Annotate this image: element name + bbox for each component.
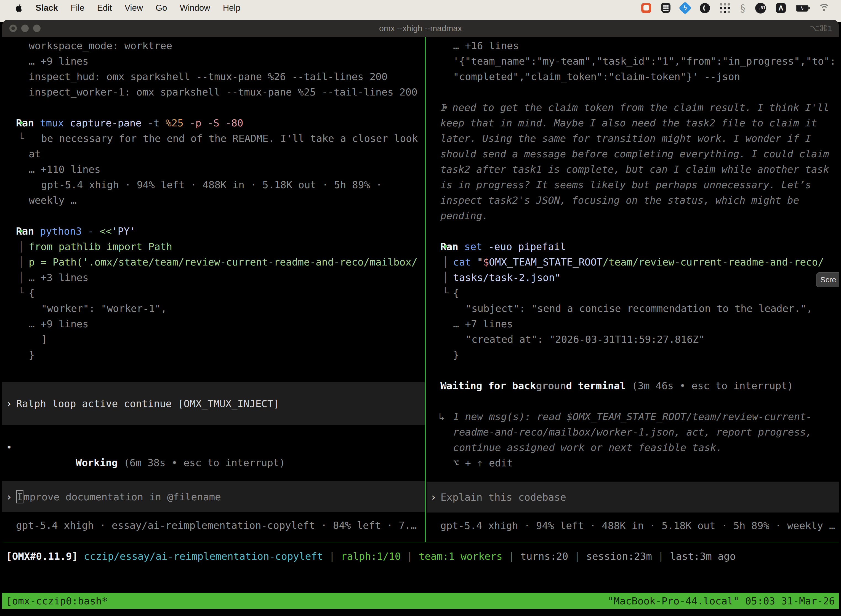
terminal-line: "subject": "send a concise recommendatio…: [426, 301, 839, 316]
menu-window[interactable]: Window: [180, 3, 210, 13]
ralph-banner-text: Ralph loop active continue [OMX_TMUX_INJ…: [16, 398, 280, 409]
terminal-line: … +16 lines: [426, 38, 839, 54]
terminal-line: •I need to get the claim token from the …: [426, 100, 839, 115]
terminal-line: └{: [426, 285, 839, 301]
gutter-glyph: │: [442, 254, 448, 270]
terminal-line: … +9 lines: [2, 316, 425, 332]
bullet-icon: •: [18, 115, 24, 131]
dots-grid-icon[interactable]: [720, 3, 730, 13]
circle-badge-icon[interactable]: ..61: [755, 3, 766, 13]
letter-a-icon[interactable]: A: [776, 3, 786, 13]
bullet-icon: •: [442, 378, 448, 393]
terminal-line: gpt-5.4 xhigh · 94% left · 488K in · 5.1…: [2, 177, 425, 193]
terminal-line: readme-and-reco/mailbox/worker-1.json, a…: [426, 424, 839, 440]
ralph-prompt-icon: ›: [2, 398, 12, 409]
terminal-line: continue assigned work or next feasible …: [426, 440, 839, 455]
session-status-right: gpt-5.4 xhigh · 94% left · 488K in · 5.1…: [426, 518, 839, 534]
terminal-line: │from pathlib import Path: [2, 239, 425, 254]
apple-menu-icon[interactable]: [15, 4, 23, 12]
gutter-glyph: └: [18, 131, 24, 146]
prompt-input-left[interactable]: › Improve documentation in @filename: [2, 481, 425, 512]
pane-hud[interactable]: workspace_mode: worktree… +9 linesinspec…: [2, 37, 425, 542]
working-timer: (6m 38s • esc to interrupt): [117, 457, 285, 468]
menu-go[interactable]: Go: [155, 3, 167, 13]
bullet-icon: •: [18, 224, 24, 239]
screenshot-toast[interactable]: Scre: [816, 273, 839, 287]
menu-edit[interactable]: Edit: [97, 3, 112, 13]
terminal-content: workspace_mode: worktree… +9 linesinspec…: [2, 37, 839, 542]
gutter-glyph: │: [18, 254, 24, 270]
terminal-line: [426, 84, 839, 100]
tmux-session-label[interactable]: [omx-cczip0:bash*: [6, 595, 108, 607]
ralph-loop-banner: › Ralph loop active continue [OMX_TMUX_I…: [2, 382, 425, 425]
input-prompt-icon: ›: [426, 491, 437, 503]
terminal-line: ]: [2, 332, 425, 347]
moon-circle-icon[interactable]: [700, 3, 710, 13]
terminal-line: "completed","claim_token":"claim-token"}…: [426, 69, 839, 84]
battery-icon[interactable]: ϟ: [796, 5, 809, 12]
terminal-line: │cat "$OMX_TEAM_STATE_ROOT/team/review-c…: [426, 254, 839, 270]
terminal-line: ↳1 new msg(s): read $OMX_TEAM_STATE_ROOT…: [426, 409, 839, 424]
pane-divider[interactable]: [425, 37, 426, 542]
menu-file[interactable]: File: [70, 3, 84, 13]
menubar-app-name[interactable]: Slack: [35, 3, 58, 13]
terminal-line: •Ran tmux capture-pane -t %25 -p -S -80: [2, 115, 425, 131]
terminal-line: •Ran set -euo pipefail: [426, 239, 839, 254]
terminal-line: "worker": "worker-1",: [2, 301, 425, 316]
terminal-line: inspect task2's JSON, focusing on the st…: [426, 193, 839, 208]
terminal-line: weekly …: [2, 193, 425, 208]
menubar-menus: Slack File Edit View Go Window Help: [0, 3, 240, 13]
text-cursor: I: [16, 490, 23, 503]
session-status-left: gpt-5.4 xhigh · essay/ai-reimplementatio…: [2, 518, 425, 533]
pane-worker[interactable]: … +16 lines'{"team_name":"my-team","task…: [426, 37, 839, 542]
gutter-glyph: └: [18, 285, 24, 301]
menu-help[interactable]: Help: [223, 3, 240, 13]
figure-icon[interactable]: §: [740, 3, 745, 14]
window-titlebar[interactable]: omx --xhigh --madmax ⌥⌘1: [2, 20, 839, 37]
terminal-line: }: [2, 347, 425, 363]
blue-diamond-icon[interactable]: ϟ: [678, 1, 692, 15]
bullet-icon: •: [442, 100, 448, 115]
gutter-glyph: │: [18, 239, 24, 254]
input-placeholder-right: Explain this codebase: [441, 491, 566, 503]
tmux-host-clock: "MacBook-Pro-44.local" 05:03 31-Mar-26: [608, 595, 835, 607]
gutter-glyph: ↳: [439, 409, 445, 424]
terminal-line: keep that in mind. Maybe I also need the…: [426, 115, 839, 131]
input-text-left: mprove documentation in @filename: [24, 491, 221, 503]
terminal-line: │p = Path('.omx/state/team/review-curren…: [2, 254, 425, 270]
window-title: omx --xhigh --madmax: [2, 20, 839, 37]
screenshot-app-icon[interactable]: [641, 3, 651, 13]
terminal-line: •Waiting for background terminal (3m 46s…: [426, 378, 839, 393]
terminal-line: └be necessary for the end of the README.…: [2, 131, 425, 146]
macos-menubar: Slack File Edit View Go Window Help ϟ § …: [0, 0, 841, 16]
window-shortcut-hint: ⌥⌘1: [810, 20, 832, 37]
pane-bottom-border: [2, 542, 839, 542]
pane-worker-lines: … +16 lines'{"team_name":"my-team","task…: [426, 37, 839, 471]
terminal-line: … +9 lines: [2, 54, 425, 69]
terminal-line: }: [426, 347, 839, 363]
wifi-icon[interactable]: [818, 4, 830, 12]
terminal-line: task2 after task1 is complete, but can I…: [426, 162, 839, 177]
terminal-line: │… +3 lines: [2, 270, 425, 285]
terminal-line: ⌥ + ↑ edit: [426, 455, 839, 471]
working-bullet-icon: •: [6, 440, 12, 455]
terminal-line: is in progress? It seems likely but perh…: [426, 177, 839, 193]
prompt-input-right[interactable]: › Explain this codebase: [426, 482, 839, 512]
tmux-status-bar: [omx-cczip0:bash* "MacBook-Pro-44.local"…: [2, 593, 839, 609]
terminal-line: [2, 100, 425, 115]
menu-view[interactable]: View: [125, 3, 143, 13]
password-manager-icon[interactable]: [661, 3, 671, 13]
working-label: Working: [76, 457, 118, 468]
terminal-line: … +7 lines: [426, 316, 839, 332]
bullet-icon: •: [442, 239, 448, 254]
screen: Slack File Edit View Go Window Help ϟ § …: [0, 0, 841, 616]
terminal-line: [426, 363, 839, 378]
terminal-line: should send a message before completing …: [426, 146, 839, 162]
terminal-line: at: [2, 146, 425, 162]
terminal-line: [426, 224, 839, 239]
omx-status-line: [OMX#0.11.9] cczip/essay/ai-reimplementa…: [2, 549, 839, 564]
terminal-line: … +110 lines: [2, 162, 425, 177]
terminal-line: inspect_worker-1: omx sparkshell --tmux-…: [2, 84, 425, 100]
input-prompt-icon: ›: [2, 491, 12, 503]
terminal-line: later. Using the same for transition mig…: [426, 131, 839, 146]
